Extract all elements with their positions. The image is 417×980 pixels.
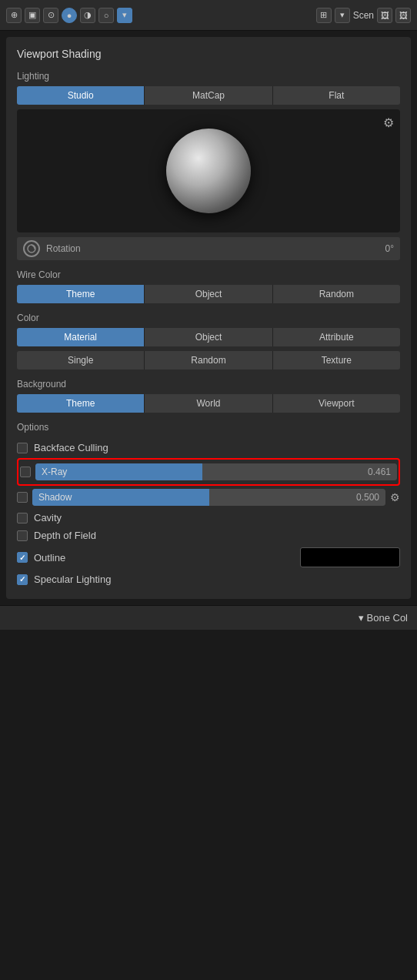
xray-slider[interactable]: X-Ray 0.461 [35,463,397,480]
bg-viewport-btn[interactable]: Viewport [273,394,400,413]
color-row2-btn-group: Single Random Texture [17,351,400,370]
shading-dropdown[interactable]: ▾ [117,8,132,23]
bottom-bar: ▾ Bone Col [0,605,417,630]
shadow-gear-icon[interactable]: ⚙ [390,491,400,503]
cavity-row: Cavity [17,509,400,527]
color-random-btn[interactable]: Random [145,351,272,370]
bg-world-btn[interactable]: World [145,394,272,413]
toolbar-left: ⊕ ▣ ⊙ ● ◑ ○ ▾ [6,8,132,23]
color-object-btn[interactable]: Object [145,328,272,346]
viewport-shading-panel: Viewport Shading Lighting Studio MatCap … [6,37,411,599]
cavity-checkbox[interactable] [17,513,28,523]
wire-random-btn[interactable]: Random [273,285,400,303]
lighting-flat-btn[interactable]: Flat [273,86,400,105]
wireframe-icon[interactable]: ⊙ [43,8,58,23]
color-texture-btn[interactable]: Texture [273,351,400,370]
wire-theme-btn[interactable]: Theme [17,285,145,303]
depth-of-field-row: Depth of Field [17,527,400,544]
background-btn-group: Theme World Viewport [17,394,400,413]
gear-icon[interactable]: ⚙ [383,115,394,130]
shadow-slider[interactable]: Shadow 0.500 [32,489,385,506]
xray-slider-label: X-Ray [42,467,67,477]
toolbar-right: ⊞ ▾ Scen 🖼 🖼 [316,8,411,23]
lighting-studio-btn[interactable]: Studio [17,86,145,105]
shadow-slider-label: Shadow [38,492,72,503]
xray-checkbox[interactable] [20,467,31,477]
wire-color-label: Wire Color [17,269,400,280]
xray-row: X-Ray 0.461 [20,461,397,483]
rotation-icon [23,240,40,257]
cursor-icon[interactable]: ⊕ [6,8,22,23]
rotation-label: Rotation [46,243,379,254]
object-mode-icon[interactable]: ▣ [25,8,40,23]
outline-row: Outline [17,544,400,570]
outline-color-picker[interactable] [300,547,400,567]
specular-lighting-label: Specular Lighting [34,574,111,585]
bone-col-label: ▾ Bone Col [359,612,408,624]
rotation-value: 0° [385,243,394,254]
specular-lighting-checkbox[interactable] [17,574,28,585]
image-icon[interactable]: 🖼 [395,8,411,23]
lighting-btn-group: Studio MatCap Flat [17,86,400,105]
top-toolbar: ⊕ ▣ ⊙ ● ◑ ○ ▾ ⊞ ▾ Scen 🖼 🖼 [0,0,417,31]
sphere-preview: ⚙ [17,109,400,232]
wire-object-btn[interactable]: Object [145,285,272,303]
rotation-row[interactable]: Rotation 0° [17,237,400,260]
bg-theme-btn[interactable]: Theme [17,394,145,413]
color-material-btn[interactable]: Material [17,328,145,346]
backface-culling-checkbox[interactable] [17,443,28,453]
specular-lighting-row: Specular Lighting [17,570,400,588]
material-preview-icon[interactable]: ◑ [80,8,95,23]
cavity-label: Cavity [34,512,62,523]
outline-left: Outline [17,552,65,564]
color-attribute-btn[interactable]: Attribute [273,328,400,346]
color-row1-btn-group: Material Object Attribute [17,328,400,346]
xray-highlight-box: X-Ray 0.461 [17,458,400,486]
shadow-row: Shadow 0.500 ⚙ [17,489,400,506]
backface-culling-label: Backface Culling [34,442,108,453]
options-label: Options [17,422,400,433]
panel-title: Viewport Shading [17,48,400,60]
view-icon[interactable]: 🖼 [377,8,392,23]
outline-checkbox[interactable] [17,552,28,563]
xray-slider-value: 0.461 [368,467,391,477]
viewport-layout-icon[interactable]: ⊞ [316,8,332,23]
depth-of-field-label: Depth of Field [34,530,96,541]
solid-icon[interactable]: ● [62,8,77,23]
scene-dropdown[interactable]: ▾ [335,8,350,23]
color-single-btn[interactable]: Single [17,351,145,370]
depth-of-field-checkbox[interactable] [17,530,28,541]
background-label: Background [17,379,400,390]
rendered-icon[interactable]: ○ [98,8,114,23]
shadow-slider-value: 0.500 [356,492,379,503]
scene-label: Scen [353,10,374,21]
color-label: Color [17,313,400,323]
outline-label: Outline [34,552,65,564]
wire-color-btn-group: Theme Object Random [17,285,400,303]
backface-culling-row: Backface Culling [17,439,400,457]
lighting-label: Lighting [17,71,400,82]
matcap-sphere [166,129,251,213]
lighting-matcap-btn[interactable]: MatCap [145,86,272,105]
shadow-checkbox[interactable] [17,492,28,503]
